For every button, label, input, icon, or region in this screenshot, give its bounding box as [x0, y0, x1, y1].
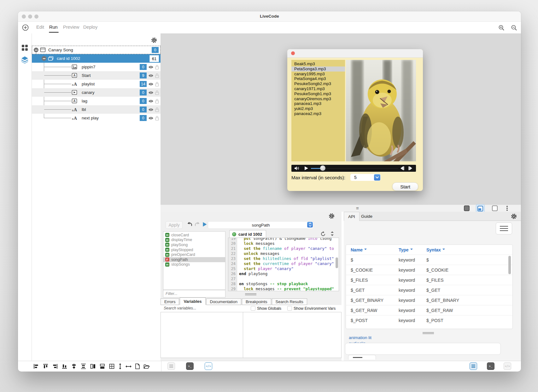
show-globals-checkbox[interactable] — [251, 306, 255, 311]
lock-icon[interactable] — [155, 99, 159, 104]
lock-icon[interactable] — [155, 82, 159, 87]
equal-height-icon[interactable] — [99, 363, 105, 369]
variables-name-pane[interactable] — [161, 312, 243, 358]
sort-handlers-icon[interactable] — [330, 231, 334, 236]
menu-preview[interactable]: Preview — [63, 25, 79, 30]
sort-type-header[interactable]: Type — [399, 247, 426, 252]
more-options-icon[interactable] — [506, 206, 508, 211]
volume-icon[interactable] — [294, 166, 299, 170]
song-item[interactable]: canary1995.mp3 — [291, 72, 345, 77]
step-back-icon[interactable] — [400, 166, 404, 170]
stepper-icon[interactable] — [307, 222, 313, 228]
tab-card-script[interactable]: card id 1002 — [229, 230, 266, 238]
tree-row-control[interactable]: A lag 0 — [32, 97, 161, 105]
tree-row-stack[interactable]: Canary Song 0 — [32, 46, 161, 54]
align-bottom-icon[interactable] — [61, 363, 67, 369]
sort-syntax-header[interactable]: Syntax — [426, 247, 512, 252]
interval-dropdown[interactable]: 5 — [350, 174, 381, 181]
song-item[interactable]: panacea2.mp3 — [291, 111, 345, 116]
search-variables-input[interactable]: Search variables... — [164, 306, 196, 310]
toggle-message-box-icon[interactable]: >_ — [186, 362, 194, 370]
tab-variables[interactable]: Variables — [180, 297, 205, 305]
tree-row-control[interactable]: pippin7 0 — [32, 63, 161, 71]
revert-icon[interactable] — [320, 231, 326, 237]
tree-row-control[interactable]: aA playlist 14 — [32, 80, 161, 88]
table-row[interactable]: $_COOKIEkeyword$_COOKIE — [346, 265, 512, 275]
view-canvas-only-icon[interactable] — [464, 205, 470, 211]
handler-item[interactable]: HplaySong — [163, 242, 225, 247]
menu-deploy[interactable]: Deploy — [83, 25, 97, 30]
collapse-icon[interactable] — [34, 48, 38, 52]
open-file-icon[interactable] — [143, 364, 150, 369]
app-titlebar[interactable] — [287, 49, 423, 58]
chevron-down-icon[interactable] — [374, 174, 380, 181]
script-badge[interactable]: 14 — [140, 81, 147, 87]
handler-selector-dropdown[interactable]: songPath — [208, 221, 314, 229]
card-layer-field[interactable]: 61 — [149, 55, 159, 62]
stack-badge[interactable]: 0 — [152, 47, 159, 53]
handler-item-selected[interactable]: FsongPath — [163, 257, 225, 262]
visible-eye-icon[interactable] — [148, 108, 154, 112]
song-item[interactable]: Beak5.mp3 — [291, 61, 345, 66]
table-row[interactable]: $_FILESkeyword$_FILES — [346, 275, 512, 285]
show-env-checkbox[interactable] — [287, 306, 292, 311]
handler-item[interactable]: HstopSongs — [163, 262, 225, 267]
align-top-icon[interactable] — [43, 363, 49, 369]
toggle-script-editor-icon[interactable]: </> — [205, 362, 212, 370]
resize-vertical-icon[interactable] — [118, 363, 122, 369]
script-code-editor[interactable]: 1920212223242526272829 put songPath() & … — [228, 238, 339, 291]
script-badge[interactable]: 0 — [140, 115, 147, 121]
project-layers-icon[interactable] — [20, 55, 29, 64]
table-scrollbar[interactable] — [508, 256, 511, 274]
lock-icon[interactable] — [155, 73, 159, 78]
view-panels-only-icon[interactable] — [492, 205, 498, 211]
resize-handle[interactable]: = — [356, 205, 359, 211]
script-badge[interactable]: 0 — [140, 89, 147, 95]
new-document-icon[interactable] — [135, 363, 140, 369]
toggle-tools-panel-icon[interactable] — [167, 362, 175, 370]
handler-item[interactable]: HplayStopped — [163, 247, 225, 252]
table-row[interactable]: $_GETkeyword$_GET — [346, 285, 512, 295]
variables-value-pane[interactable] — [243, 312, 342, 358]
tree-row-card[interactable]: card id 1002 61 — [32, 54, 161, 63]
playlist-field[interactable]: Beak5.mp3 PetaSonga3.mp3 canary1995.mp3 … — [291, 60, 345, 161]
dictionary-link[interactable]: animation lit — [349, 335, 371, 340]
table-row[interactable]: $keyword$ — [346, 255, 512, 265]
toggle-code-panel-icon[interactable]: </> — [504, 362, 511, 370]
song-item[interactable]: yuki2.mp3 — [291, 106, 345, 111]
song-item[interactable]: canary1971.mp3 — [291, 86, 345, 91]
visible-eye-icon[interactable] — [148, 74, 154, 78]
handler-item[interactable]: HpreOpenCard — [163, 252, 225, 257]
player-scrubber[interactable] — [320, 165, 325, 171]
menu-edit[interactable]: Edit — [36, 25, 44, 30]
filter-input[interactable]: Filter... — [163, 290, 225, 297]
apply-button[interactable]: Apply — [166, 221, 183, 229]
tab-search-results[interactable]: Search Results — [272, 298, 307, 305]
visible-eye-icon[interactable] — [148, 82, 154, 86]
start-button[interactable]: Start — [392, 182, 418, 191]
table-row[interactable]: $_POSTkeyword$_POST — [346, 315, 512, 325]
song-item[interactable]: PetaSonga4.mp3 — [291, 76, 345, 81]
resize-horizontal-icon[interactable] — [126, 365, 132, 368]
tree-row-control[interactable]: canary 0 — [32, 88, 161, 97]
toggle-console-icon[interactable]: >_ — [487, 362, 494, 370]
lock-icon[interactable] — [155, 65, 159, 70]
tree-row-control[interactable]: A Start 9 — [32, 71, 161, 80]
grid-size-icon[interactable] — [109, 363, 115, 369]
tab-guide[interactable]: Guide — [357, 212, 377, 221]
align-center-vertical-icon[interactable] — [71, 363, 77, 369]
docs-splitter-handle[interactable] — [423, 332, 434, 333]
script-editor-gear-icon[interactable] — [329, 213, 335, 219]
lock-icon[interactable] — [155, 116, 159, 121]
toggle-project-panel-icon[interactable] — [470, 362, 477, 370]
align-left-icon[interactable] — [33, 363, 39, 369]
visible-eye-icon[interactable] — [148, 91, 154, 95]
undo-icon[interactable] — [186, 222, 192, 227]
docs-search-box[interactable] — [345, 343, 501, 355]
lock-icon[interactable] — [155, 90, 159, 95]
visible-eye-icon[interactable] — [148, 65, 154, 69]
script-badge[interactable]: 9 — [140, 72, 147, 78]
script-badge[interactable]: 0 — [140, 107, 147, 112]
tree-row-control[interactable]: aA lbl 0 — [32, 105, 161, 114]
align-right-icon[interactable] — [52, 363, 58, 369]
